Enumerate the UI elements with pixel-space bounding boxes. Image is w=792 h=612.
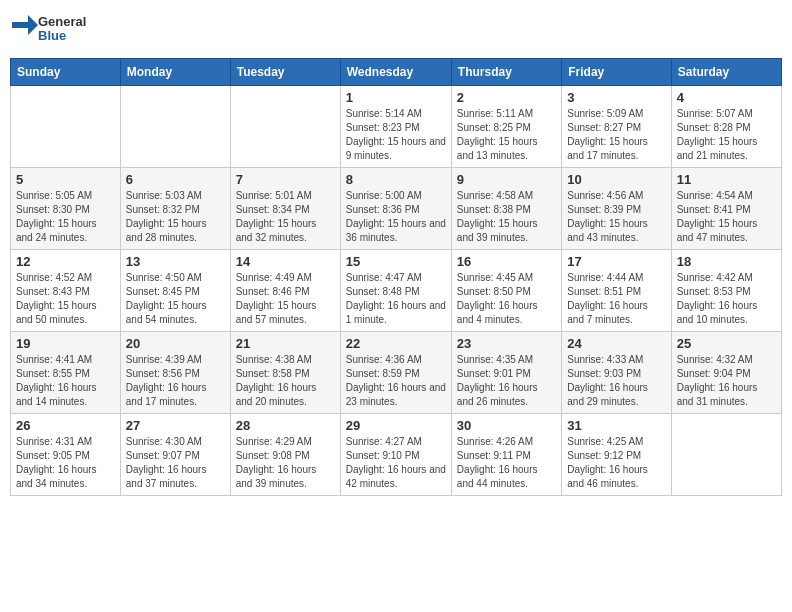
day-cell: 24Sunrise: 4:33 AMSunset: 9:03 PMDayligh… [562, 332, 671, 414]
day-cell: 5Sunrise: 5:05 AMSunset: 8:30 PMDaylight… [11, 168, 121, 250]
day-cell: 29Sunrise: 4:27 AMSunset: 9:10 PMDayligh… [340, 414, 451, 496]
day-number: 12 [16, 254, 115, 269]
day-info: Sunrise: 4:58 AMSunset: 8:38 PMDaylight:… [457, 189, 556, 245]
page-header: GeneralBlue [10, 10, 782, 50]
day-number: 30 [457, 418, 556, 433]
day-cell: 1Sunrise: 5:14 AMSunset: 8:23 PMDaylight… [340, 86, 451, 168]
day-cell: 3Sunrise: 5:09 AMSunset: 8:27 PMDaylight… [562, 86, 671, 168]
day-info: Sunrise: 4:30 AMSunset: 9:07 PMDaylight:… [126, 435, 225, 491]
day-number: 21 [236, 336, 335, 351]
day-number: 22 [346, 336, 446, 351]
day-number: 15 [346, 254, 446, 269]
logo: GeneralBlue [10, 10, 90, 50]
day-cell: 4Sunrise: 5:07 AMSunset: 8:28 PMDaylight… [671, 86, 781, 168]
day-info: Sunrise: 4:38 AMSunset: 8:58 PMDaylight:… [236, 353, 335, 409]
day-cell: 26Sunrise: 4:31 AMSunset: 9:05 PMDayligh… [11, 414, 121, 496]
day-number: 31 [567, 418, 665, 433]
calendar-table: SundayMondayTuesdayWednesdayThursdayFrid… [10, 58, 782, 496]
day-cell: 27Sunrise: 4:30 AMSunset: 9:07 PMDayligh… [120, 414, 230, 496]
day-info: Sunrise: 5:03 AMSunset: 8:32 PMDaylight:… [126, 189, 225, 245]
day-number: 24 [567, 336, 665, 351]
day-info: Sunrise: 5:07 AMSunset: 8:28 PMDaylight:… [677, 107, 776, 163]
week-row-3: 12Sunrise: 4:52 AMSunset: 8:43 PMDayligh… [11, 250, 782, 332]
day-info: Sunrise: 5:00 AMSunset: 8:36 PMDaylight:… [346, 189, 446, 245]
day-cell: 12Sunrise: 4:52 AMSunset: 8:43 PMDayligh… [11, 250, 121, 332]
day-number: 9 [457, 172, 556, 187]
day-cell: 10Sunrise: 4:56 AMSunset: 8:39 PMDayligh… [562, 168, 671, 250]
day-cell: 13Sunrise: 4:50 AMSunset: 8:45 PMDayligh… [120, 250, 230, 332]
header-monday: Monday [120, 59, 230, 86]
day-number: 14 [236, 254, 335, 269]
day-number: 1 [346, 90, 446, 105]
day-cell: 16Sunrise: 4:45 AMSunset: 8:50 PMDayligh… [451, 250, 561, 332]
day-number: 11 [677, 172, 776, 187]
day-cell: 17Sunrise: 4:44 AMSunset: 8:51 PMDayligh… [562, 250, 671, 332]
svg-text:General: General [38, 14, 86, 29]
day-info: Sunrise: 4:29 AMSunset: 9:08 PMDaylight:… [236, 435, 335, 491]
day-cell [120, 86, 230, 168]
day-info: Sunrise: 4:49 AMSunset: 8:46 PMDaylight:… [236, 271, 335, 327]
day-cell: 19Sunrise: 4:41 AMSunset: 8:55 PMDayligh… [11, 332, 121, 414]
day-cell: 23Sunrise: 4:35 AMSunset: 9:01 PMDayligh… [451, 332, 561, 414]
day-cell: 30Sunrise: 4:26 AMSunset: 9:11 PMDayligh… [451, 414, 561, 496]
day-cell: 28Sunrise: 4:29 AMSunset: 9:08 PMDayligh… [230, 414, 340, 496]
day-number: 7 [236, 172, 335, 187]
day-info: Sunrise: 5:09 AMSunset: 8:27 PMDaylight:… [567, 107, 665, 163]
header-friday: Friday [562, 59, 671, 86]
day-cell: 22Sunrise: 4:36 AMSunset: 8:59 PMDayligh… [340, 332, 451, 414]
day-number: 25 [677, 336, 776, 351]
day-number: 2 [457, 90, 556, 105]
day-number: 17 [567, 254, 665, 269]
day-cell: 25Sunrise: 4:32 AMSunset: 9:04 PMDayligh… [671, 332, 781, 414]
day-number: 4 [677, 90, 776, 105]
day-info: Sunrise: 5:11 AMSunset: 8:25 PMDaylight:… [457, 107, 556, 163]
day-number: 5 [16, 172, 115, 187]
day-info: Sunrise: 4:31 AMSunset: 9:05 PMDaylight:… [16, 435, 115, 491]
calendar-header-row: SundayMondayTuesdayWednesdayThursdayFrid… [11, 59, 782, 86]
day-info: Sunrise: 4:35 AMSunset: 9:01 PMDaylight:… [457, 353, 556, 409]
day-info: Sunrise: 4:41 AMSunset: 8:55 PMDaylight:… [16, 353, 115, 409]
day-number: 26 [16, 418, 115, 433]
day-cell: 18Sunrise: 4:42 AMSunset: 8:53 PMDayligh… [671, 250, 781, 332]
day-info: Sunrise: 4:33 AMSunset: 9:03 PMDaylight:… [567, 353, 665, 409]
week-row-1: 1Sunrise: 5:14 AMSunset: 8:23 PMDaylight… [11, 86, 782, 168]
week-row-4: 19Sunrise: 4:41 AMSunset: 8:55 PMDayligh… [11, 332, 782, 414]
day-cell: 8Sunrise: 5:00 AMSunset: 8:36 PMDaylight… [340, 168, 451, 250]
header-wednesday: Wednesday [340, 59, 451, 86]
day-info: Sunrise: 4:42 AMSunset: 8:53 PMDaylight:… [677, 271, 776, 327]
day-number: 10 [567, 172, 665, 187]
day-number: 23 [457, 336, 556, 351]
day-cell: 20Sunrise: 4:39 AMSunset: 8:56 PMDayligh… [120, 332, 230, 414]
day-number: 28 [236, 418, 335, 433]
day-number: 29 [346, 418, 446, 433]
day-cell: 9Sunrise: 4:58 AMSunset: 8:38 PMDaylight… [451, 168, 561, 250]
day-info: Sunrise: 4:54 AMSunset: 8:41 PMDaylight:… [677, 189, 776, 245]
header-thursday: Thursday [451, 59, 561, 86]
week-row-2: 5Sunrise: 5:05 AMSunset: 8:30 PMDaylight… [11, 168, 782, 250]
day-cell: 6Sunrise: 5:03 AMSunset: 8:32 PMDaylight… [120, 168, 230, 250]
day-info: Sunrise: 4:32 AMSunset: 9:04 PMDaylight:… [677, 353, 776, 409]
day-number: 13 [126, 254, 225, 269]
day-info: Sunrise: 4:50 AMSunset: 8:45 PMDaylight:… [126, 271, 225, 327]
day-number: 6 [126, 172, 225, 187]
day-info: Sunrise: 5:05 AMSunset: 8:30 PMDaylight:… [16, 189, 115, 245]
day-cell: 2Sunrise: 5:11 AMSunset: 8:25 PMDaylight… [451, 86, 561, 168]
day-cell [671, 414, 781, 496]
header-tuesday: Tuesday [230, 59, 340, 86]
header-sunday: Sunday [11, 59, 121, 86]
day-number: 20 [126, 336, 225, 351]
svg-text:Blue: Blue [38, 28, 66, 43]
svg-marker-2 [12, 15, 38, 35]
day-info: Sunrise: 4:25 AMSunset: 9:12 PMDaylight:… [567, 435, 665, 491]
day-cell: 14Sunrise: 4:49 AMSunset: 8:46 PMDayligh… [230, 250, 340, 332]
day-number: 8 [346, 172, 446, 187]
day-info: Sunrise: 4:52 AMSunset: 8:43 PMDaylight:… [16, 271, 115, 327]
day-number: 16 [457, 254, 556, 269]
day-cell: 31Sunrise: 4:25 AMSunset: 9:12 PMDayligh… [562, 414, 671, 496]
week-row-5: 26Sunrise: 4:31 AMSunset: 9:05 PMDayligh… [11, 414, 782, 496]
day-cell [11, 86, 121, 168]
day-cell: 15Sunrise: 4:47 AMSunset: 8:48 PMDayligh… [340, 250, 451, 332]
day-number: 19 [16, 336, 115, 351]
day-info: Sunrise: 4:56 AMSunset: 8:39 PMDaylight:… [567, 189, 665, 245]
day-number: 3 [567, 90, 665, 105]
